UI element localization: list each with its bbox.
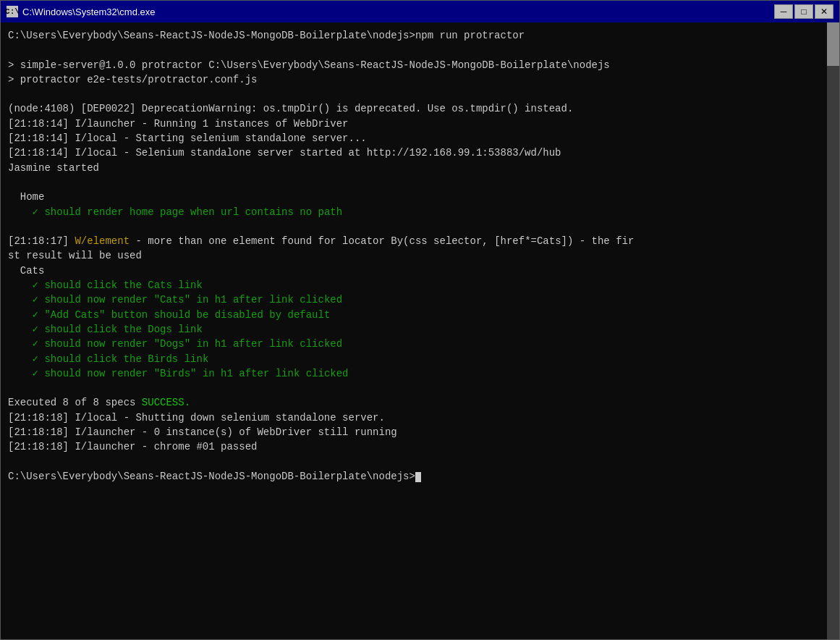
list-item: Cats [8, 264, 832, 278]
titlebar: C:\ C:\Windows\System32\cmd.exe ─ □ ✕ [1, 1, 839, 22]
list-item: > simple-server@1.0.0 protractor C:\User… [8, 58, 832, 72]
list-item: [21:18:17] W/element - more than one ele… [8, 234, 832, 248]
titlebar-buttons: ─ □ ✕ [774, 4, 833, 19]
cmd-icon: C:\ [7, 6, 18, 17]
list-item: ✓ should now render "Dogs" in h1 after l… [8, 337, 832, 351]
list-item: [21:18:14] I/local - Selenium standalone… [8, 146, 832, 160]
list-item [8, 381, 832, 395]
list-item: ✓ should render home page when url conta… [8, 205, 832, 219]
list-item [8, 219, 832, 234]
list-item: C:\Users\Everybody\Seans-ReactJS-NodeJS-… [8, 469, 832, 484]
cmd-window: C:\ C:\Windows\System32\cmd.exe ─ □ ✕ C:… [0, 0, 840, 640]
list-item: [21:18:18] I/launcher - 0 instance(s) of… [8, 425, 832, 439]
cursor [415, 472, 421, 482]
list-item: [21:18:18] I/launcher - chrome #01 passe… [8, 439, 832, 454]
list-item [8, 455, 832, 469]
titlebar-title: C:\Windows\System32\cmd.exe [22, 7, 156, 17]
maximize-button[interactable]: □ [794, 4, 813, 19]
list-item [8, 87, 832, 101]
list-item: [21:18:18] I/local - Shutting down selen… [8, 410, 832, 425]
list-item: [21:18:14] I/launcher - Running 1 instan… [8, 117, 832, 131]
list-item: Executed 8 of 8 specs SUCCESS. [8, 395, 832, 410]
list-item: (node:4108) [DEP0022] DeprecationWarning… [8, 101, 832, 116]
prompt-line: C:\Users\Everybody\Seans-ReactJS-NodeJS-… [8, 28, 832, 43]
list-item [8, 175, 832, 190]
scrollbar-thumb[interactable] [827, 22, 839, 66]
titlebar-left: C:\ C:\Windows\System32\cmd.exe [7, 6, 156, 17]
list-item: Jasmine started [8, 161, 832, 175]
list-item: [21:18:14] I/local - Starting selenium s… [8, 131, 832, 146]
list-item: > protractor e2e-tests/protractor.conf.j… [8, 72, 832, 87]
close-button[interactable]: ✕ [815, 4, 833, 19]
list-item: ✓ should now render "Birds" in h1 after … [8, 366, 832, 381]
console-lines: > simple-server@1.0.0 protractor C:\User… [8, 43, 832, 484]
list-item: ✓ should click the Cats link [8, 278, 832, 292]
console-output: C:\Users\Everybody\Seans-ReactJS-NodeJS-… [1, 22, 839, 639]
list-item: Home [8, 190, 832, 204]
list-item: ✓ "Add Cats" button should be disabled b… [8, 308, 832, 322]
scrollbar-track[interactable] [827, 22, 839, 639]
list-item: st result will be used [8, 248, 832, 263]
list-item: ✓ should click the Dogs link [8, 322, 832, 337]
list-item: ✓ should click the Birds link [8, 352, 832, 366]
list-item [8, 43, 832, 57]
minimize-button[interactable]: ─ [774, 4, 793, 19]
list-item: ✓ should now render "Cats" in h1 after l… [8, 292, 832, 307]
